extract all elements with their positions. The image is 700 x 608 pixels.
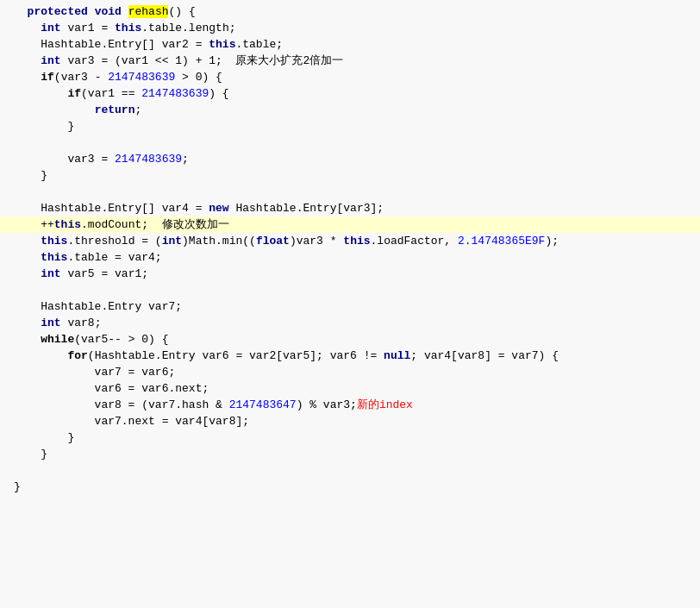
code-text: .threshold = ( xyxy=(67,235,161,248)
code-text: (var5-- > 0) { xyxy=(74,333,168,346)
code-text: Hashtable.Entry[] var4 = xyxy=(14,202,209,215)
code-text: var5 = var1; xyxy=(61,267,148,280)
code-text: .table.length; xyxy=(141,22,235,34)
keyword: this xyxy=(41,235,67,248)
code-line-content: this.threshold = (int)Math.min((float)va… xyxy=(0,233,700,249)
code-line-content: int var8; xyxy=(0,315,700,331)
code-line: Hashtable.Entry[] var2 = this.table; xyxy=(0,36,700,53)
code-line-content: var7 = var6; xyxy=(0,364,700,380)
keyword: int xyxy=(41,54,60,67)
code-line: } xyxy=(0,429,700,446)
keyword: while xyxy=(41,333,74,346)
keyword: this xyxy=(115,22,141,34)
code-line-content: Hashtable.Entry[] var2 = this.table; xyxy=(0,36,700,53)
number-literal: 2.14748365E9F xyxy=(458,235,545,248)
code-text xyxy=(14,251,41,264)
code-line: var8 = (var7.hash & 2147483647) % var3;新… xyxy=(0,397,700,413)
code-line-content: this.table = var4; xyxy=(0,249,700,266)
code-text: )Math.min(( xyxy=(182,235,256,248)
keyword: float xyxy=(256,235,290,248)
keyword: int xyxy=(41,267,60,280)
code-text: var3 = (var1 << 1) + 1; 原来大小扩充2倍加一 xyxy=(61,54,344,67)
highlighted-token: rehash xyxy=(128,5,169,18)
code-text: ); xyxy=(545,235,559,248)
code-line: ++this.modCount; 修改次数加一 xyxy=(0,216,700,233)
keyword: this xyxy=(343,235,370,248)
code-text: .table; xyxy=(235,38,283,51)
code-line: Hashtable.Entry[] var4 = new Hashtable.E… xyxy=(0,200,700,216)
code-line: if(var1 == 2147483639) { xyxy=(0,85,700,102)
code-line: Hashtable.Entry var7; xyxy=(0,298,700,315)
code-line-content: int var5 = var1; xyxy=(0,266,700,282)
code-line-content: } xyxy=(0,118,700,135)
code-line-content: } xyxy=(0,167,700,184)
code-text xyxy=(14,22,41,34)
code-text: } xyxy=(14,431,74,444)
code-text xyxy=(14,87,67,100)
code-line-content: for(Hashtable.Entry var6 = var2[var5]; v… xyxy=(0,348,700,364)
code-text: ++ xyxy=(14,218,54,231)
code-text: (Hashtable.Entry var6 = var2[var5]; var6… xyxy=(88,349,384,362)
code-text xyxy=(14,235,41,248)
code-line: int var5 = var1; xyxy=(0,266,700,282)
code-text: (var3 - xyxy=(54,71,108,84)
code-text: (var1 == xyxy=(81,87,141,100)
code-text xyxy=(88,5,95,18)
code-line: } xyxy=(0,167,700,184)
code-line: for(Hashtable.Entry var6 = var2[var5]; v… xyxy=(0,348,700,364)
code-line: } xyxy=(0,118,700,135)
number-literal: 2147483647 xyxy=(229,398,297,411)
code-text: .table = var4; xyxy=(67,251,161,264)
number-literal: 2147483639 xyxy=(108,71,175,84)
code-text xyxy=(14,103,95,116)
code-text: var1 = xyxy=(61,22,115,34)
code-line: } xyxy=(0,446,700,462)
code-line: var3 = 2147483639; xyxy=(0,151,700,167)
code-text xyxy=(14,267,41,280)
code-text: ; xyxy=(182,153,189,166)
code-text: } xyxy=(14,120,74,133)
code-text xyxy=(14,71,41,84)
code-text: > 0) { xyxy=(175,71,222,84)
keyword: int xyxy=(41,22,60,34)
keyword: int xyxy=(41,317,60,329)
code-line: if(var3 - 2147483639 > 0) { xyxy=(0,69,700,85)
code-text: ; var4[var8] = var7) { xyxy=(410,349,559,362)
keyword: void xyxy=(95,5,122,18)
keyword: return xyxy=(95,103,135,116)
keyword: int xyxy=(162,235,182,248)
code-text: ) % var3; xyxy=(297,398,357,411)
code-line-content: protected void rehash() { xyxy=(0,3,700,20)
code-line: int var1 = this.table.length; xyxy=(0,20,700,36)
code-line xyxy=(0,462,700,479)
code-line: while(var5-- > 0) { xyxy=(0,331,700,348)
keyword: if xyxy=(67,87,81,100)
code-line: } xyxy=(0,479,700,495)
code-line-content: var8 = (var7.hash & 2147483647) % var3;新… xyxy=(0,397,700,413)
code-line-content: int var3 = (var1 << 1) + 1; 原来大小扩充2倍加一 xyxy=(0,53,700,69)
code-line-content: var3 = 2147483639; xyxy=(0,151,700,167)
code-text: Hashtable.Entry[] var2 = xyxy=(14,38,209,51)
code-text: var7.next = var4[var8]; xyxy=(14,415,249,428)
code-line-content: while(var5-- > 0) { xyxy=(0,331,700,348)
code-line: return; xyxy=(0,102,700,118)
code-text: var6 = var6.next; xyxy=(14,382,209,395)
code-line-content: if(var1 == 2147483639) { xyxy=(0,85,700,102)
code-text: ) { xyxy=(209,87,228,100)
code-line xyxy=(0,135,700,151)
code-line-content: ++this.modCount; 修改次数加一 xyxy=(0,216,700,233)
code-container: protected void rehash() { int var1 = thi… xyxy=(0,0,700,608)
code-line-content: if(var3 - 2147483639 > 0) { xyxy=(0,69,700,85)
code-text: var8 = (var7.hash & xyxy=(14,398,229,411)
code-line: protected void rehash() { xyxy=(0,3,700,20)
code-line: int var8; xyxy=(0,315,700,331)
code-line-content: } xyxy=(0,429,700,446)
code-line-content: var7.next = var4[var8]; xyxy=(0,413,700,429)
code-text xyxy=(14,349,67,362)
code-text: .loadFactor, xyxy=(371,235,458,248)
keyword: this xyxy=(54,218,81,231)
code-line-content: Hashtable.Entry[] var4 = new Hashtable.E… xyxy=(0,200,700,216)
code-text xyxy=(14,333,41,346)
keyword: new xyxy=(209,202,228,215)
keyword: this xyxy=(209,38,235,51)
